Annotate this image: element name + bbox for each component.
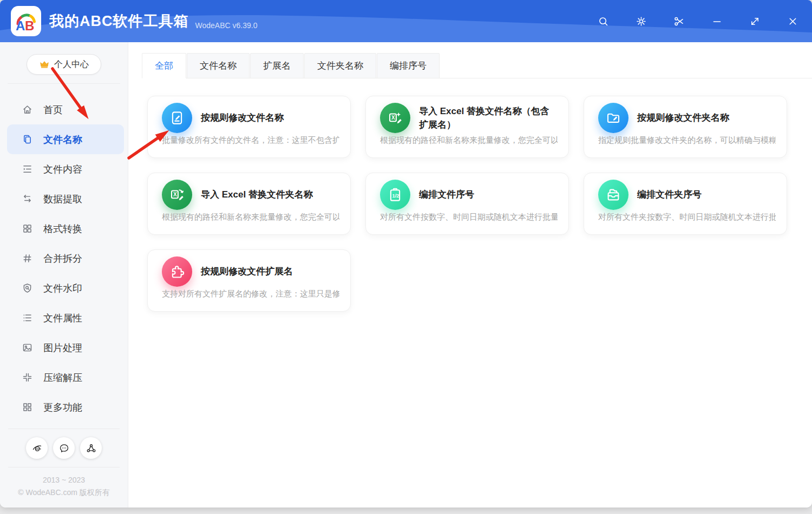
sidebar-item-label: 首页 xyxy=(43,103,63,116)
minimize-button[interactable] xyxy=(708,12,726,30)
browser-button[interactable] xyxy=(26,437,48,459)
copyright-owner: © WodeABC.com 版权所有 xyxy=(0,486,128,499)
card-number-files[interactable]: 1/2编排文件序号对所有文件按数字、时间日期或随机文本进行批量修改 xyxy=(365,173,569,235)
maximize-button[interactable] xyxy=(745,12,764,30)
format-convert-icon-wrap xyxy=(22,223,33,234)
card-description: 根据现有的路径和新名称来批量修改，您完全可以利用 xyxy=(162,212,339,222)
sidebar-item-file-name[interactable]: 文件名称 xyxy=(7,124,124,154)
card-title: 按规则修改文件扩展名 xyxy=(201,265,293,279)
sidebar-item-data-extract[interactable]: 数据提取 xyxy=(7,184,124,214)
personal-center-label: 个人中心 xyxy=(54,59,89,70)
svg-text:X: X xyxy=(173,192,177,197)
tab-all[interactable]: 全部 xyxy=(142,53,186,78)
sidebar-item-label: 更多功能 xyxy=(43,401,82,414)
card-head: 按规则修改文件夹名称 xyxy=(598,103,776,133)
rename-extension-icon-badge xyxy=(162,256,192,287)
number-folders-icon-badge xyxy=(598,180,628,210)
close-button[interactable] xyxy=(783,12,802,30)
social-buttons-row xyxy=(0,429,128,467)
close-icon xyxy=(787,16,798,27)
card-title: 编排文件夹序号 xyxy=(637,188,702,202)
watermark-icon-wrap xyxy=(22,282,33,294)
card-rename-file[interactable]: 按规则修改文件名称批量修改所有文件的文件名，注意：这里不包含扩展名 xyxy=(147,96,351,158)
card-title: 按规则修改文件名称 xyxy=(201,111,284,125)
rename-file-icon-badge xyxy=(162,103,192,133)
tab-extension[interactable]: 扩展名 xyxy=(250,53,304,78)
card-excel-rename-folder[interactable]: X导入 Excel 替换文件夹名称根据现有的路径和新名称来批量修改，您完全可以利… xyxy=(147,173,351,235)
minimize-icon xyxy=(711,16,723,27)
sidebar: 个人中心 首页文件名称文件内容数据提取格式转换合并拆分文件水印文件属性图片处理压… xyxy=(0,42,128,508)
share-network-button[interactable] xyxy=(80,437,102,459)
titlebar: A B 我的ABC软件工具箱 WodeABC v6.39.0 xyxy=(0,0,812,42)
search-button[interactable] xyxy=(594,12,612,30)
feature-cards-grid: 按规则修改文件名称批量修改所有文件的文件名，注意：这里不包含扩展名X导入 Exc… xyxy=(128,78,812,312)
sidebar-item-merge-split[interactable]: 合并拆分 xyxy=(7,243,124,273)
feedback-chat-icon xyxy=(58,443,70,454)
app-version: WodeABC v6.39.0 xyxy=(195,21,258,30)
card-head: X导入 Excel 替换文件名称（包含扩展名） xyxy=(380,103,558,133)
rename-file-icon xyxy=(169,110,185,126)
app-title: 我的ABC软件工具箱 xyxy=(49,11,189,31)
sidebar-nav: 首页文件名称文件内容数据提取格式转换合并拆分文件水印文件属性图片处理压缩解压更多… xyxy=(0,84,128,422)
tab-folder-name[interactable]: 文件夹名称 xyxy=(304,53,376,78)
excel-rename-folder-icon: X xyxy=(169,187,185,203)
home-icon xyxy=(22,104,33,115)
sidebar-item-label: 图片处理 xyxy=(43,341,82,354)
sidebar-item-image-process[interactable]: 图片处理 xyxy=(7,333,124,363)
card-number-folders[interactable]: 编排文件夹序号对所有文件夹按数字、时间日期或随机文本进行批量修 xyxy=(584,173,787,235)
card-head: X导入 Excel 替换文件夹名称 xyxy=(162,180,339,210)
card-rename-folder[interactable]: 按规则修改文件夹名称指定规则批量修改文件夹的名称，可以精确与模糊替换 xyxy=(584,96,787,158)
settings-button[interactable] xyxy=(632,12,650,30)
card-head: 按规则修改文件扩展名 xyxy=(162,256,339,287)
card-description: 对所有文件夹按数字、时间日期或随机文本进行批量修 xyxy=(598,212,776,222)
sidebar-bottom: 2013 ~ 2023 © WodeABC.com 版权所有 xyxy=(0,429,128,508)
card-description: 批量修改所有文件的文件名，注意：这里不包含扩展名 xyxy=(162,135,339,146)
rename-folder-icon-badge xyxy=(598,103,628,133)
card-description: 根据现有的路径和新名称来批量修改，您完全可以利用 xyxy=(380,135,558,146)
data-extract-icon-wrap xyxy=(22,193,33,205)
screenshot-button[interactable] xyxy=(670,12,688,30)
sidebar-item-file-attributes[interactable]: 文件属性 xyxy=(7,303,124,333)
card-head: 按规则修改文件名称 xyxy=(162,103,339,133)
sidebar-item-label: 合并拆分 xyxy=(43,252,82,265)
card-title: 按规则修改文件夹名称 xyxy=(637,111,729,125)
card-rename-extension[interactable]: 按规则修改文件扩展名支持对所有文件扩展名的修改，注意：这里只是修改扩 xyxy=(147,249,351,312)
rename-folder-icon xyxy=(605,110,621,126)
excel-rename-file-icon: X xyxy=(387,110,403,126)
excel-rename-file-icon-badge: X xyxy=(380,103,410,133)
app-window: A B 我的ABC软件工具箱 WodeABC v6.39.0 xyxy=(0,0,812,508)
compress-icon-wrap xyxy=(22,372,33,383)
sidebar-item-format-convert[interactable]: 格式转换 xyxy=(7,214,124,243)
sidebar-item-file-content[interactable]: 文件内容 xyxy=(7,154,124,184)
app-logo: A B xyxy=(11,6,41,36)
feedback-chat-button[interactable] xyxy=(53,437,75,459)
scissors-icon xyxy=(673,16,685,27)
tab-numbering[interactable]: 编排序号 xyxy=(377,53,440,78)
crown-icon xyxy=(39,59,50,70)
merge-split-icon-wrap xyxy=(22,253,33,264)
card-title: 导入 Excel 替换文件夹名称 xyxy=(201,188,313,202)
home-icon-wrap xyxy=(22,104,33,115)
sidebar-item-label: 文件内容 xyxy=(43,163,82,176)
card-description: 对所有文件按数字、时间日期或随机文本进行批量修改 xyxy=(380,212,558,222)
excel-rename-folder-icon-badge: X xyxy=(162,180,192,210)
window-body: 个人中心 首页文件名称文件内容数据提取格式转换合并拆分文件水印文件属性图片处理压… xyxy=(0,42,812,508)
tab-file-name[interactable]: 文件名称 xyxy=(187,53,250,78)
share-network-icon xyxy=(86,443,97,454)
card-excel-rename-file[interactable]: X导入 Excel 替换文件名称（包含扩展名）根据现有的路径和新名称来批量修改，… xyxy=(365,96,569,158)
sidebar-item-home[interactable]: 首页 xyxy=(7,95,124,124)
merge-split-icon xyxy=(22,253,33,264)
compress-icon xyxy=(22,372,33,383)
card-head: 1/2编排文件序号 xyxy=(380,180,558,210)
personal-center-button[interactable]: 个人中心 xyxy=(27,54,101,75)
maximize-icon xyxy=(749,16,761,27)
copyright: 2013 ~ 2023 © WodeABC.com 版权所有 xyxy=(0,467,128,503)
sidebar-item-more-features[interactable]: 更多功能 xyxy=(7,392,124,422)
sidebar-item-file-watermark[interactable]: 文件水印 xyxy=(7,273,124,303)
category-tabs: 全部文件名称扩展名文件夹名称编排序号 xyxy=(142,53,812,78)
sidebar-item-compress[interactable]: 压缩解压 xyxy=(7,363,124,392)
sidebar-item-label: 文件名称 xyxy=(43,133,82,146)
search-icon xyxy=(598,16,609,27)
more-features-icon-wrap xyxy=(22,401,33,413)
sidebar-item-label: 压缩解压 xyxy=(43,371,82,384)
